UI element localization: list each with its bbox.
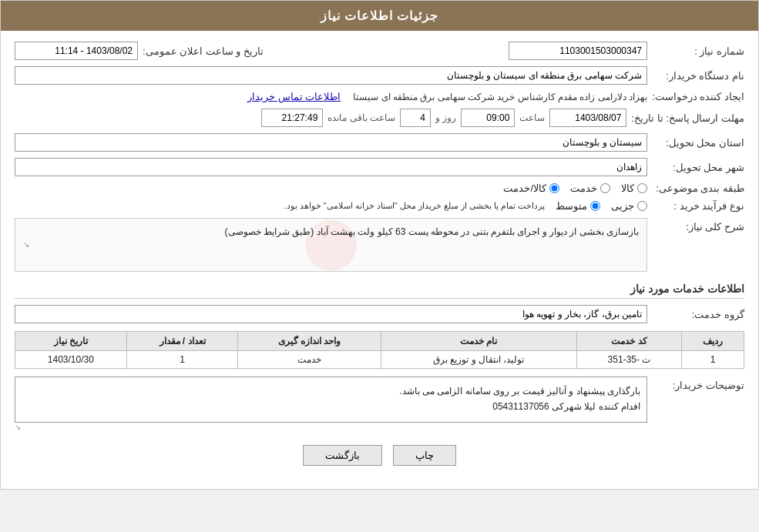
col-tarikh: تاریخ نیاز [15, 332, 127, 351]
col-nam: نام خدمت [381, 332, 576, 351]
page-header: جزئیات اطلاعات نیاز [1, 1, 758, 31]
shahr-label: شهر محل تحویل: [652, 162, 744, 173]
table-row: 1ت -35-351تولید، انتقال و توزیع برقخدمت1… [15, 351, 744, 369]
mohlat-date-input[interactable] [549, 109, 626, 127]
tabaqe-radio1-label: کالا [621, 182, 634, 194]
mohlat-saat-label: ساعت [519, 112, 545, 123]
mohlat-label: مهلت ارسال پاسخ: تا تاریخ: [631, 112, 744, 124]
col-tedad: تعداد / مقدار [126, 332, 238, 351]
tabaqe-radio1-item: کالا [621, 182, 647, 194]
cell-tedad: 1 [126, 351, 238, 369]
ijad-link[interactable]: اطلاعات تماس خریدار [247, 91, 341, 102]
tabaqe-radio3-label: کالا/خدمت [503, 182, 546, 194]
tabaqe-radio1[interactable] [637, 183, 647, 193]
col-vahed: واحد اندازه گیری [238, 332, 381, 351]
novea-radio-group: جزیی متوسط [556, 200, 647, 212]
shmare-input[interactable] [509, 42, 647, 60]
back-button[interactable]: بازگشت [303, 445, 382, 466]
tabaqe-radio3-item: کالا/خدمت [503, 182, 559, 194]
page-title: جزئیات اطلاعات نیاز [321, 9, 439, 22]
novea-radio1-label: جزیی [611, 200, 634, 212]
novea-radio2-item: متوسط [556, 200, 600, 212]
novea-radio2-label: متوسط [556, 200, 587, 212]
row-group: گروه خدمت: [15, 305, 744, 323]
row-shahr: شهر محل تحویل: [15, 158, 744, 176]
row-novea: نوع فرآیند خرید : جزیی متوسط پرداخت تمام… [15, 200, 744, 212]
cell-nam: تولید، انتقال و توزیع برق [381, 351, 576, 369]
table-body: 1ت -35-351تولید، انتقال و توزیع برقخدمت1… [15, 351, 744, 369]
buyer-notes-label: توضیحات خریدار: [652, 376, 744, 391]
row-nam-dastgah: نام دستگاه خریدار: [15, 66, 744, 85]
ijad-name: بهزاد دلارامی زاده مقدم کارشناس خرید شرک… [353, 92, 647, 102]
resize-handle: ↘ [23, 240, 639, 249]
buyer-notes-content: بارگذاری پیشنهاد و آنالیز قیمت بر روی سا… [15, 376, 647, 423]
novea-radio1[interactable] [637, 201, 647, 211]
col-radif: ردیف [682, 332, 744, 351]
mohlat-saat-input[interactable] [461, 109, 515, 127]
novea-text: پرداخت تمام یا بخشی از مبلغ خریداز محل "… [284, 201, 545, 211]
main-content: شماره نیاز : تاریخ و ساعت اعلان عمومی: ن… [1, 31, 758, 489]
buttons-row: چاپ بازگشت [15, 445, 744, 478]
services-table: ردیف کد خدمت نام خدمت واحد اندازه گیری ت… [15, 331, 744, 369]
ijad-label: ایجاد کننده درخواست: [652, 91, 744, 102]
mohlat-mande-label: ساعت باقی مانده [327, 112, 395, 123]
tabaqe-radio2-label: خدمت [570, 182, 597, 194]
cell-tarikh: 1403/10/30 [15, 351, 127, 369]
row-tabaqe: طبقه بندی موضوعی: کالا خدمت کالا/خدمت [15, 182, 744, 194]
buyer-notes-line1: بارگذاری پیشنهاد و آنالیز قیمت بر روی سا… [22, 383, 640, 399]
tabaqe-radio-group: کالا خدمت کالا/خدمت [503, 182, 647, 194]
mohlat-roz-label: روز و [435, 112, 456, 123]
ostan-label: استان محل تحویل: [652, 137, 744, 149]
group-label: گروه خدمت: [652, 309, 744, 320]
nam-dastgah-label: نام دستگاه خریدار: [652, 70, 744, 82]
mohlat-mande-input[interactable] [261, 109, 323, 127]
buyer-notes-container: بارگذاری پیشنهاد و آنالیز قیمت بر روی سا… [15, 376, 647, 431]
tabaqe-label: طبقه بندی موضوعی: [652, 182, 744, 194]
print-button[interactable]: چاپ [393, 445, 456, 466]
tabaqe-radio2-item: خدمت [570, 182, 610, 194]
table-header: ردیف کد خدمت نام خدمت واحد اندازه گیری ت… [15, 332, 744, 351]
mohlat-roz-input[interactable] [400, 109, 431, 127]
services-table-section: ردیف کد خدمت نام خدمت واحد اندازه گیری ت… [15, 331, 744, 369]
tabaqe-radio3[interactable] [549, 183, 559, 193]
ostan-input[interactable] [15, 133, 647, 152]
tarikh-input[interactable] [15, 42, 138, 60]
page-wrapper: جزئیات اطلاعات نیاز شماره نیاز : تاریخ و… [0, 0, 759, 490]
col-kod: کد خدمت [576, 332, 682, 351]
novea-radio1-item: جزیی [611, 200, 647, 212]
novea-label: نوع فرآیند خرید : [652, 200, 744, 212]
row-ijad: ایجاد کننده درخواست: بهزاد دلارامی زاده … [15, 91, 744, 102]
sharh-label: شرح کلی نیاز: [652, 218, 744, 233]
row-shmare-tarikh: شماره نیاز : تاریخ و ساعت اعلان عمومی: [15, 42, 744, 60]
group-input[interactable] [15, 305, 647, 323]
row-sharh: شرح کلی نیاز: 🔴 بازسازی بخشی از دیوار و … [15, 218, 744, 272]
row-buyer-notes: توضیحات خریدار: بارگذاری پیشنهاد و آنالی… [15, 376, 744, 431]
tabaqe-radio2[interactable] [600, 183, 610, 193]
notes-resize-handle: ↘ [15, 423, 647, 431]
sharh-value: بازسازی بخشی از دیوار و اجرای بلتفرم بتن… [23, 226, 639, 237]
nam-dastgah-input[interactable] [15, 66, 647, 85]
row-ostan: استان محل تحویل: [15, 133, 744, 152]
novea-radio2[interactable] [590, 201, 600, 211]
shmare-label: شماره نیاز : [652, 45, 744, 57]
row-mohlat: مهلت ارسال پاسخ: تا تاریخ: ساعت روز و سا… [15, 109, 744, 127]
cell-vahed: خدمت [238, 351, 381, 369]
tarikh-label: تاریخ و ساعت اعلان عمومی: [143, 45, 264, 57]
cell-kod: ت -35-351 [576, 351, 682, 369]
cell-radif: 1 [682, 351, 744, 369]
services-section-title: اطلاعات خدمات مورد نیاز [15, 283, 744, 299]
shahr-input[interactable] [15, 158, 647, 176]
buyer-notes-line2: افدام کننده لیلا شهرکی 05431137056 [22, 399, 640, 414]
